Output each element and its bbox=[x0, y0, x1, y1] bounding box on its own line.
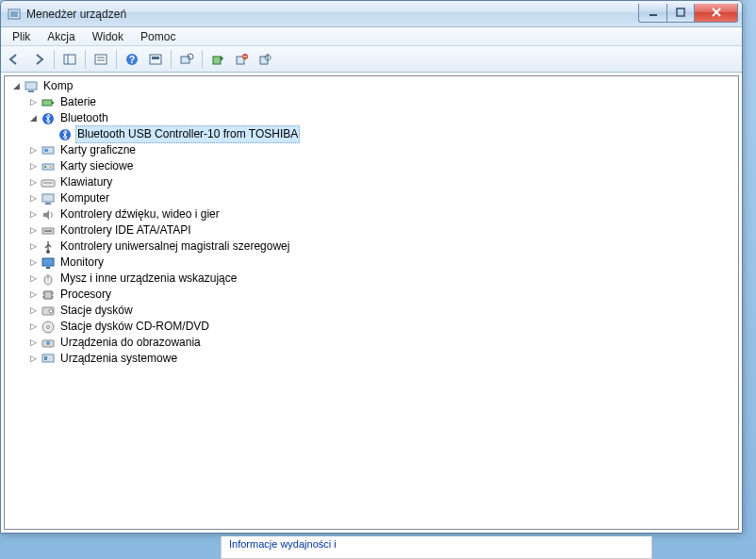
show-hide-tree-button[interactable] bbox=[59, 49, 80, 70]
svg-rect-54 bbox=[42, 354, 54, 362]
svg-rect-2 bbox=[649, 14, 657, 16]
action-button[interactable] bbox=[145, 49, 166, 70]
svg-rect-22 bbox=[28, 90, 34, 92]
svg-rect-21 bbox=[25, 82, 37, 90]
expand-icon[interactable]: ▷ bbox=[27, 209, 39, 221]
menu-help[interactable]: Pomoc bbox=[133, 28, 183, 45]
tree-node-processors[interactable]: ▷ Procesory bbox=[25, 287, 738, 303]
tree-node-label: Bluetooth bbox=[58, 110, 110, 126]
background-text: Informacje wydajności i bbox=[229, 538, 337, 550]
tree-node-cdrom-drives[interactable]: ▷ Stacje dysków CD-ROM/DVD bbox=[25, 319, 738, 335]
forward-button[interactable] bbox=[28, 49, 49, 70]
svg-rect-35 bbox=[45, 203, 51, 205]
tree-node-bluetooth-device[interactable]: ▷ Bluetooth USB Controller-10 from TOSHI… bbox=[42, 126, 738, 142]
tree-node-label: Karty graficzne bbox=[58, 142, 138, 158]
maximize-button[interactable] bbox=[666, 4, 695, 23]
close-button[interactable] bbox=[695, 4, 738, 23]
collapse-icon[interactable]: ◢ bbox=[10, 81, 22, 92]
monitor-icon bbox=[41, 255, 56, 271]
expand-icon[interactable]: ▷ bbox=[27, 305, 39, 317]
usb-icon bbox=[41, 239, 56, 255]
background-window-fragment: Informacje wydajności i bbox=[221, 536, 652, 559]
disable-button[interactable] bbox=[255, 49, 275, 70]
device-manager-window: Menedżer urządzeń Plik Akcja Widok Pomoc… bbox=[0, 0, 743, 534]
tree-node-system-devices[interactable]: ▷ Urządzenia systemowe bbox=[25, 351, 738, 367]
expand-icon[interactable]: ▷ bbox=[27, 225, 39, 237]
tree-node-label: Klawiatury bbox=[58, 174, 114, 190]
svg-rect-29 bbox=[42, 164, 54, 170]
tree-node-ide-controllers[interactable]: ▷ Kontrolery IDE ATA/ATAPI bbox=[25, 222, 738, 238]
tree-node-network-adapters[interactable]: ▷ Karty sieciowe bbox=[25, 158, 738, 174]
toolbar-separator bbox=[85, 50, 86, 69]
expand-icon[interactable]: ▷ bbox=[27, 337, 39, 349]
uninstall-button[interactable] bbox=[231, 49, 252, 70]
tree-node-computer[interactable]: ▷ Komputer bbox=[25, 190, 738, 206]
app-icon bbox=[7, 7, 22, 22]
tree-node-disk-drives[interactable]: ▷ Stacje dysków bbox=[25, 303, 738, 319]
window-title: Menedżer urządzeń bbox=[26, 8, 638, 21]
display-adapter-icon bbox=[41, 143, 56, 158]
menu-file[interactable]: Plik bbox=[5, 28, 38, 45]
bluetooth-icon bbox=[58, 127, 73, 142]
back-button[interactable] bbox=[5, 49, 25, 70]
tree-node-label: Kontrolery dźwięku, wideo i gier bbox=[58, 206, 222, 222]
titlebar[interactable]: Menedżer urządzeń bbox=[1, 1, 742, 27]
svg-rect-24 bbox=[52, 102, 54, 104]
expand-icon[interactable]: ▷ bbox=[27, 193, 39, 205]
expand-icon[interactable]: ▷ bbox=[27, 273, 39, 285]
svg-rect-39 bbox=[42, 258, 54, 266]
tree-node-keyboards[interactable]: ▷ Klawiatury bbox=[25, 174, 738, 190]
expand-icon[interactable]: ▷ bbox=[27, 145, 39, 156]
tree-node-mice[interactable]: ▷ Mysz i inne urządzenia wskazujące bbox=[25, 271, 738, 287]
svg-point-49 bbox=[49, 309, 53, 313]
battery-icon bbox=[41, 95, 56, 110]
processor-icon bbox=[41, 288, 56, 303]
menu-action[interactable]: Akcja bbox=[40, 28, 82, 45]
tree-root[interactable]: ◢ Komp bbox=[8, 78, 738, 94]
svg-rect-12 bbox=[152, 57, 159, 59]
scan-hardware-button[interactable] bbox=[176, 49, 197, 70]
minimize-button[interactable] bbox=[638, 4, 666, 23]
tree-node-imaging-devices[interactable]: ▷ Urządzenia do obrazowania bbox=[25, 335, 738, 351]
menu-view[interactable]: Widok bbox=[85, 28, 131, 45]
tree-node-monitors[interactable]: ▷ Monitory bbox=[25, 255, 738, 271]
toolbar-separator bbox=[116, 50, 117, 69]
tree-node-batteries[interactable]: ▷ Baterie bbox=[25, 94, 738, 110]
tree-node-usb-controllers[interactable]: ▷ Kontrolery uniwersalnej magistrali sze… bbox=[25, 238, 738, 255]
svg-rect-43 bbox=[44, 291, 52, 299]
toolbar: ? bbox=[1, 46, 742, 73]
svg-rect-3 bbox=[677, 8, 684, 16]
collapse-icon[interactable]: ◢ bbox=[27, 113, 39, 124]
expand-icon[interactable]: ▷ bbox=[27, 97, 39, 108]
expand-icon[interactable]: ▷ bbox=[27, 177, 39, 189]
tree-node-label: Mysz i inne urządzenia wskazujące bbox=[58, 271, 238, 287]
disk-drive-icon bbox=[41, 304, 56, 319]
tree-node-label: Baterie bbox=[58, 94, 98, 110]
svg-rect-55 bbox=[44, 356, 47, 360]
properties-button[interactable] bbox=[90, 49, 111, 70]
tree-node-bluetooth[interactable]: ◢ Bluetooth bbox=[25, 110, 738, 126]
bluetooth-icon bbox=[41, 111, 56, 126]
svg-rect-4 bbox=[64, 55, 75, 64]
expand-icon[interactable]: ▷ bbox=[27, 257, 39, 269]
update-driver-button[interactable] bbox=[207, 49, 228, 70]
tree-node-label: Kontrolery IDE ATA/ATAPI bbox=[58, 222, 193, 238]
expand-icon[interactable]: ▷ bbox=[27, 289, 39, 301]
device-tree-pane[interactable]: ◢ Komp ▷ Baterie ◢ Bluetooth bbox=[4, 75, 739, 530]
expand-icon[interactable]: ▷ bbox=[27, 353, 39, 365]
expand-icon[interactable]: ▷ bbox=[27, 321, 39, 333]
tree-node-label: Kontrolery uniwersalnej magistrali szere… bbox=[58, 238, 291, 255]
toolbar-separator bbox=[54, 50, 55, 69]
tree-node-sound-controllers[interactable]: ▷ Kontrolery dźwięku, wideo i gier bbox=[25, 206, 738, 222]
tree-node-display-adapters[interactable]: ▷ Karty graficzne bbox=[25, 142, 738, 158]
imaging-icon bbox=[41, 336, 56, 351]
tree-node-label: Komp bbox=[41, 78, 74, 94]
svg-rect-37 bbox=[44, 230, 52, 232]
expand-icon[interactable]: ▷ bbox=[27, 161, 39, 173]
expand-icon[interactable]: ▷ bbox=[27, 241, 39, 253]
help-button[interactable]: ? bbox=[122, 49, 142, 70]
tree-node-label: Stacje dysków CD-ROM/DVD bbox=[58, 319, 211, 335]
tree-node-label: Urządzenia systemowe bbox=[58, 351, 179, 367]
menubar: Plik Akcja Widok Pomoc bbox=[1, 27, 742, 46]
svg-rect-15 bbox=[213, 57, 221, 64]
